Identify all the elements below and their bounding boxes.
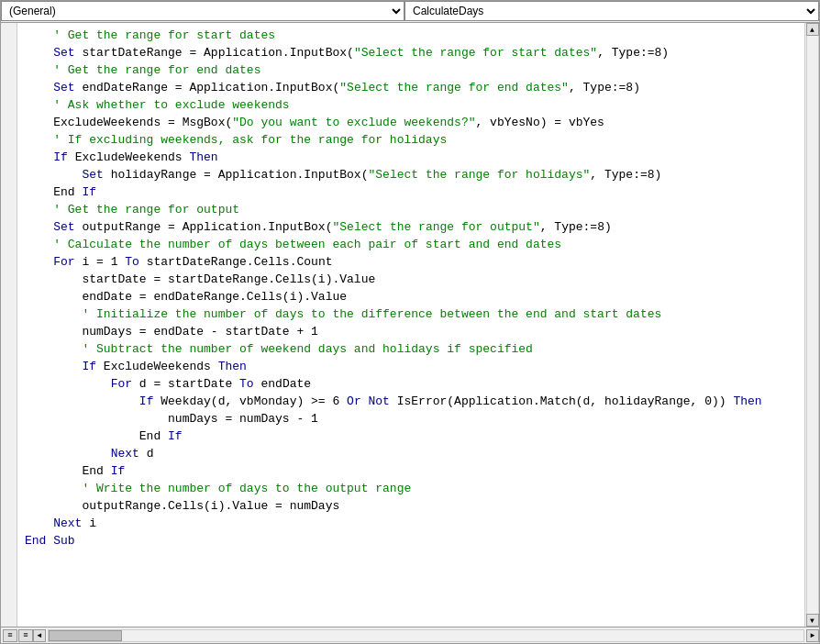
vertical-scrollbar[interactable]: ▲ ▼	[804, 23, 819, 627]
code-line: ' Get the range for start dates	[25, 27, 797, 44]
code-line: ExcludeWeekends = MsgBox("Do you want to…	[25, 114, 797, 131]
code-line: numDays = numDays - 1	[25, 410, 797, 427]
code-line: ' Get the range for output	[25, 201, 797, 218]
code-line: Next i	[25, 515, 797, 532]
code-line: Set outputRange = Application.InputBox("…	[25, 218, 797, 236]
horizontal-scrollbar-thumb[interactable]	[49, 630, 122, 641]
bottom-bar: ≡ ≡ ◄ ►	[1, 627, 819, 643]
code-line: End If	[25, 183, 797, 201]
code-line: endDate = endDateRange.Cells(i).Value	[25, 288, 797, 305]
code-line: If ExcludeWeekends Then	[25, 149, 797, 166]
general-dropdown[interactable]: (General)	[1, 1, 404, 21]
code-line: ' Calculate the number of days between e…	[25, 236, 797, 253]
code-line: outputRange.Cells(i).Value = numDays	[25, 497, 797, 515]
code-line: Set endDateRange = Application.InputBox(…	[25, 79, 797, 96]
vba-editor: (General) CalculateDays ' Get the range …	[0, 0, 820, 644]
bottom-left-buttons: ≡ ≡	[1, 629, 33, 642]
left-margin	[1, 23, 17, 627]
code-line: For d = startDate To endDate	[25, 375, 797, 393]
code-line: End If	[25, 427, 797, 445]
scroll-up-arrow[interactable]: ▲	[806, 23, 819, 36]
code-line: Set holidayRange = Application.InputBox(…	[25, 166, 797, 183]
code-line: If ExcludeWeekends Then	[25, 358, 797, 375]
code-editor[interactable]: ' Get the range for start dates Set star…	[17, 23, 804, 627]
code-line: ' Get the range for end dates	[25, 61, 797, 79]
code-line: End If	[25, 462, 797, 480]
code-line: If Weekday(d, vbMonday) >= 6 Or Not IsEr…	[25, 393, 797, 410]
scroll-track-vertical[interactable]	[806, 36, 819, 614]
code-line: ' Ask whether to exclude weekends	[25, 96, 797, 114]
editor-body: ' Get the range for start dates Set star…	[1, 23, 819, 627]
view-btn-2[interactable]: ≡	[18, 629, 33, 642]
code-line: End Sub	[25, 532, 797, 550]
code-line: Next d	[25, 445, 797, 462]
scroll-right-arrow[interactable]: ►	[806, 629, 819, 642]
code-line: numDays = endDate - startDate + 1	[25, 323, 797, 340]
code-line: ' Subtract the number of weekend days an…	[25, 340, 797, 358]
code-line: ' Write the number of days to the output…	[25, 480, 797, 497]
code-content: ' Get the range for start dates Set star…	[25, 27, 797, 550]
code-line: Set startDateRange = Application.InputBo…	[25, 44, 797, 61]
procedure-dropdown[interactable]: CalculateDays	[404, 1, 819, 21]
code-line: ' Initialize the number of days to the d…	[25, 305, 797, 323]
horizontal-scrollbar-track[interactable]	[48, 629, 804, 642]
code-line: ' If excluding weekends, ask for the ran…	[25, 131, 797, 149]
view-btn-1[interactable]: ≡	[3, 629, 17, 642]
scroll-left-arrow[interactable]: ◄	[33, 629, 46, 642]
code-line: startDate = startDateRange.Cells(i).Valu…	[25, 271, 797, 288]
code-line: For i = 1 To startDateRange.Cells.Count	[25, 253, 797, 271]
scroll-down-arrow[interactable]: ▼	[806, 614, 819, 627]
editor-toolbar: (General) CalculateDays	[1, 1, 819, 23]
